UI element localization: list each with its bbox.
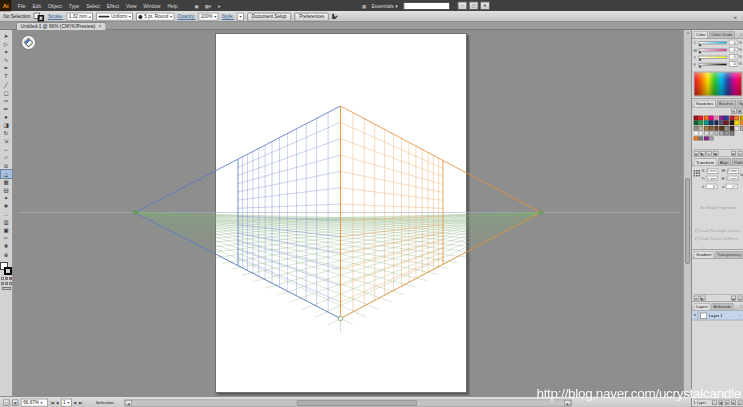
panel-extra-icon[interactable]: ▢ [737, 295, 742, 300]
color-mode-button[interactable] [1, 277, 4, 280]
swatch[interactable] [714, 121, 719, 126]
style-select[interactable]: ▾ [237, 13, 244, 21]
swatch[interactable] [704, 136, 709, 141]
swatch[interactable] [699, 126, 704, 131]
swatch[interactable] [729, 136, 734, 141]
layer-visibility-icon[interactable]: ● [692, 310, 698, 320]
swatch[interactable] [724, 126, 729, 131]
app-logo[interactable]: Ai [0, 0, 11, 11]
swatch[interactable] [719, 116, 724, 121]
pencil-tool[interactable]: ✏ [1, 105, 12, 113]
thumbnail-view-icon[interactable]: ▦ [737, 108, 742, 113]
swatch[interactable] [714, 126, 719, 131]
stroke-link[interactable]: Stroke: [48, 14, 63, 19]
direct-selection-tool[interactable]: ▷ [1, 40, 12, 48]
field-input[interactable]: 0° [726, 184, 738, 190]
swatch[interactable] [735, 136, 740, 141]
menu-edit[interactable]: Edit [29, 3, 44, 8]
menu-help[interactable]: Help [164, 3, 181, 8]
swatch[interactable] [719, 136, 724, 141]
swatch[interactable] [709, 136, 714, 141]
collapse-dock-icon[interactable]: « [734, 14, 737, 20]
width-profile-select[interactable]: Uniform ▾ [96, 13, 133, 21]
swatches-tab-symbols[interactable]: Symbols [737, 100, 743, 107]
slice-tool[interactable]: ✂ [1, 234, 12, 242]
stroke-weight-spinner[interactable]: ▴▾ [88, 15, 90, 19]
free-transform-tool[interactable]: ▱ [1, 153, 12, 161]
menu-type[interactable]: Type [65, 3, 82, 8]
swatch[interactable] [724, 131, 729, 136]
swatch[interactable] [729, 116, 734, 121]
transform-tab-align[interactable]: Align [717, 158, 731, 165]
artboard-tool[interactable]: ▣ [1, 226, 12, 234]
eraser-tool[interactable]: ◨ [1, 121, 12, 129]
magic-wand-tool[interactable]: ✶ [1, 48, 12, 56]
cs-live-icon[interactable]: ➤ [214, 3, 224, 8]
reference-point-widget[interactable] [694, 170, 700, 176]
transform-tab-transform[interactable]: Transform [694, 158, 717, 165]
swatch[interactable] [699, 136, 704, 141]
left-vanishing-point-marker[interactable] [132, 210, 138, 216]
fill-stroke-indicator[interactable] [0, 262, 12, 275]
restore-button[interactable]: ▢ [469, 2, 479, 10]
zoom-level-select[interactable]: 66.67% ▾ [21, 399, 48, 407]
screen-mode-button[interactable] [2, 287, 11, 290]
swatch[interactable] [714, 116, 719, 121]
minimize-button[interactable]: − [458, 2, 468, 10]
horizontal-scrollbar[interactable]: ◀ ▶ [124, 399, 572, 406]
swatch[interactable] [719, 126, 724, 131]
swatch[interactable] [704, 131, 709, 136]
swatch[interactable] [699, 121, 704, 126]
swatch-libraries-icon[interactable]: ▤ [694, 150, 699, 155]
swatch[interactable] [714, 136, 719, 141]
rotate-tool[interactable]: ↻ [1, 129, 12, 137]
swatch[interactable] [694, 126, 699, 131]
arrange-documents-icon[interactable]: ▦▾ [202, 3, 215, 8]
slider-thumb-icon[interactable] [698, 65, 701, 67]
previous-artboard-button[interactable]: ◀ [56, 401, 58, 405]
menu-file[interactable]: File [14, 3, 29, 8]
opacity-link[interactable]: Opacity: [178, 14, 196, 19]
stroke-swatch[interactable] [38, 15, 44, 21]
status-icon[interactable]: ▣ [12, 399, 18, 405]
gradient-tool[interactable]: ▤ [1, 186, 12, 194]
slider-thumb-icon[interactable] [698, 58, 701, 60]
delete-swatch-icon[interactable]: ▢ [737, 150, 742, 155]
perspective-grid-tool[interactable]: △ [1, 170, 12, 178]
field-input[interactable]: 0° [706, 184, 718, 190]
search-input[interactable] [404, 2, 451, 10]
slider-thumb-icon[interactable] [698, 51, 701, 53]
brush-definition-select[interactable]: 5 pt. Round ▾ [136, 13, 174, 21]
swatch[interactable] [724, 136, 729, 141]
swatch[interactable] [729, 131, 734, 136]
draw-inside-button[interactable] [9, 282, 12, 285]
list-view-icon[interactable]: ▤ [731, 108, 736, 113]
vertical-scrollbar[interactable]: ▴ ▾ [683, 30, 691, 396]
document-tab[interactable]: Untitled-1 @ 66% (CMYK/Preview) × [16, 22, 106, 30]
rectangle-tool[interactable]: ▢ [1, 89, 12, 97]
next-artboard-button[interactable]: ▶ [74, 401, 76, 405]
mesh-tool[interactable]: ▦ [1, 178, 12, 186]
blob-brush-tool[interactable]: ● [1, 113, 12, 121]
draw-behind-button[interactable] [5, 282, 8, 285]
first-artboard-button[interactable]: |◀ [50, 401, 53, 405]
gradient-tab-gradient[interactable]: Gradient [694, 251, 714, 258]
swatch[interactable] [699, 131, 704, 136]
vertical-scroll-thumb[interactable] [685, 178, 690, 264]
checkbox-icon[interactable] [695, 229, 698, 232]
last-artboard-button[interactable]: ▶| [79, 401, 82, 405]
scale-tool[interactable]: ⇲ [1, 137, 12, 145]
close-button[interactable]: ✕ [480, 2, 490, 10]
symbol-sprayer-tool[interactable]: ∴ [1, 210, 12, 218]
swatch[interactable] [740, 121, 743, 126]
layers-tab-artboards[interactable]: Artboards [711, 303, 733, 310]
opacity-input[interactable]: 100% ▾ [198, 13, 218, 21]
swatch[interactable] [714, 131, 719, 136]
swatch[interactable] [719, 131, 724, 136]
shape-builder-tool[interactable]: ⧉ [1, 162, 12, 170]
reverse-gradient-icon[interactable]: ⇄ [694, 295, 699, 300]
menu-object[interactable]: Object [44, 3, 65, 8]
paintbrush-tool[interactable]: ✑ [1, 97, 12, 105]
field-input[interactable]: 0 mm [727, 168, 739, 174]
scroll-left-icon[interactable]: ◀ [125, 400, 132, 406]
